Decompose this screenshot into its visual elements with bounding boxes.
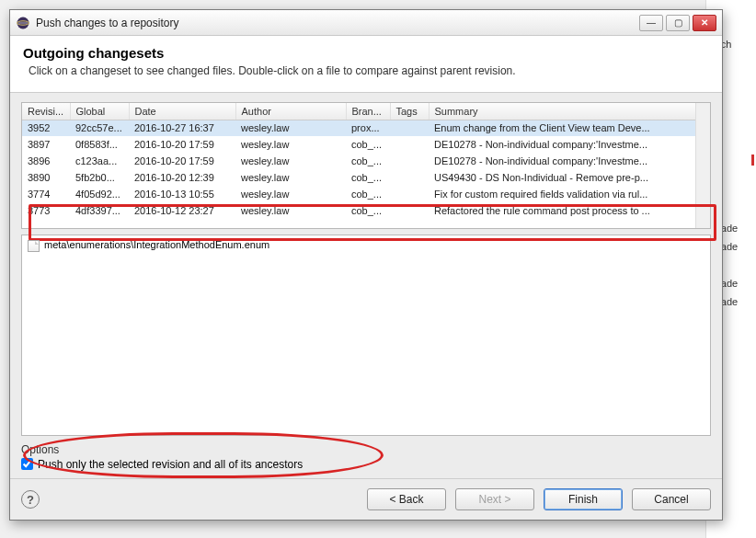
col-summary[interactable]: Summary — [429, 103, 710, 120]
minimize-button[interactable]: — — [639, 15, 663, 31]
cell-branch: cob_... — [346, 169, 390, 186]
cell-rev: 3773 — [22, 202, 70, 219]
content-area: Revisi... Global Date Author Bran... Tag… — [10, 93, 722, 478]
push-ancestors-label[interactable]: Push only the selected revision and all … — [21, 458, 303, 471]
file-icon — [28, 240, 40, 252]
cell-summary: Refactored the rule command post process… — [429, 202, 710, 219]
cell-author: wesley.law — [235, 120, 346, 136]
cell-global: 5fb2b0... — [70, 169, 129, 186]
dialog-title: Push changes to a repository — [36, 17, 634, 29]
cell-rev: 3897 — [22, 136, 70, 153]
finish-button[interactable]: Finish — [544, 488, 623, 510]
cell-date: 2016-10-27 16:37 — [129, 120, 235, 136]
cell-rev: 3890 — [22, 169, 70, 186]
close-button[interactable]: ✕ — [693, 15, 716, 31]
button-bar: ? < Back Next > Finish Cancel — [10, 478, 722, 520]
cell-date: 2016-10-13 10:55 — [129, 186, 235, 202]
col-date[interactable]: Date — [129, 103, 235, 120]
cell-branch: cob_... — [346, 153, 390, 169]
table-row[interactable]: 37744f05d92...2016-10-13 10:55wesley.law… — [22, 186, 710, 202]
next-button: Next > — [455, 488, 534, 510]
cell-branch: cob_... — [346, 136, 390, 153]
maximize-button[interactable]: ▢ — [666, 15, 690, 31]
cell-tags — [390, 153, 429, 169]
table-row[interactable]: 38905fb2b0...2016-10-20 12:39wesley.lawc… — [22, 169, 710, 186]
cell-summary: DE10278 - Non-individual company:'Invest… — [429, 153, 710, 169]
cell-branch: prox... — [346, 120, 390, 136]
col-author[interactable]: Author — [235, 103, 346, 120]
cell-summary: Fix for custom required fields validatio… — [429, 186, 710, 202]
cell-global: 4df3397... — [70, 202, 129, 219]
cell-date: 2016-10-20 17:59 — [129, 136, 235, 153]
error-marker — [751, 155, 754, 166]
options-legend: Options — [21, 443, 711, 456]
cell-author: wesley.law — [235, 169, 346, 186]
cell-global: 0f8583f... — [70, 136, 129, 153]
file-path[interactable]: meta\enumerations\IntegrationMethodEnum.… — [44, 239, 269, 250]
changed-files-panel[interactable]: meta\enumerations\IntegrationMethodEnum.… — [21, 235, 711, 436]
options-group: Options Push only the selected revision … — [21, 443, 711, 474]
cancel-button[interactable]: Cancel — [632, 488, 711, 510]
cell-rev: 3952 — [22, 120, 70, 136]
cell-tags — [390, 186, 429, 202]
cell-branch: cob_... — [346, 186, 390, 202]
cell-summary: US49430 - DS Non-Individual - Remove pre… — [429, 169, 710, 186]
cell-date: 2016-10-20 17:59 — [129, 153, 235, 169]
cell-summary: DE10278 - Non-individual company:'Invest… — [429, 136, 710, 153]
scrollbar[interactable] — [695, 103, 710, 228]
titlebar[interactable]: Push changes to a repository — ▢ ✕ — [10, 10, 722, 36]
cell-author: wesley.law — [235, 136, 346, 153]
col-tags[interactable]: Tags — [390, 103, 429, 120]
col-revision[interactable]: Revisi... — [22, 103, 70, 120]
cell-rev: 3774 — [22, 186, 70, 202]
cell-global: 92cc57e... — [70, 120, 129, 136]
cell-date: 2016-10-12 23:27 — [129, 202, 235, 219]
push-dialog: Push changes to a repository — ▢ ✕ Outgo… — [9, 9, 723, 521]
cell-summary: Enum change from the Client View team De… — [429, 120, 710, 136]
cell-branch: cob_... — [346, 202, 390, 219]
cell-date: 2016-10-20 12:39 — [129, 169, 235, 186]
cell-tags — [390, 169, 429, 186]
page-subtitle: Click on a changeset to see changed file… — [29, 64, 709, 77]
push-ancestors-checkbox[interactable] — [21, 458, 33, 470]
help-icon[interactable]: ? — [21, 490, 40, 509]
cell-tags — [390, 202, 429, 219]
cell-author: wesley.law — [235, 202, 346, 219]
cell-author: wesley.law — [235, 186, 346, 202]
cell-rev: 3896 — [22, 153, 70, 169]
push-ancestors-text: Push only the selected revision and all … — [38, 458, 303, 471]
col-branch[interactable]: Bran... — [346, 103, 390, 120]
banner: Outgoing changesets Click on a changeset… — [10, 36, 722, 93]
col-global[interactable]: Global — [70, 103, 129, 120]
back-button[interactable]: < Back — [367, 488, 446, 510]
table-row[interactable]: 37734df3397...2016-10-12 23:27wesley.law… — [22, 202, 710, 219]
table-row[interactable]: 3896c123aa...2016-10-20 17:59wesley.lawc… — [22, 153, 710, 169]
table-row[interactable]: 38970f8583f...2016-10-20 17:59wesley.law… — [22, 136, 710, 153]
cell-global: 4f05d92... — [70, 186, 129, 202]
cell-global: c123aa... — [70, 153, 129, 169]
cell-tags — [390, 136, 429, 153]
cell-tags — [390, 120, 429, 136]
eclipse-icon — [16, 16, 30, 30]
cell-author: wesley.law — [235, 153, 346, 169]
page-heading: Outgoing changesets — [23, 45, 709, 61]
table-row[interactable]: 395292cc57e...2016-10-27 16:37wesley.law… — [22, 120, 710, 136]
changeset-table[interactable]: Revisi... Global Date Author Bran... Tag… — [21, 102, 711, 229]
table-header-row[interactable]: Revisi... Global Date Author Bran... Tag… — [22, 103, 710, 120]
